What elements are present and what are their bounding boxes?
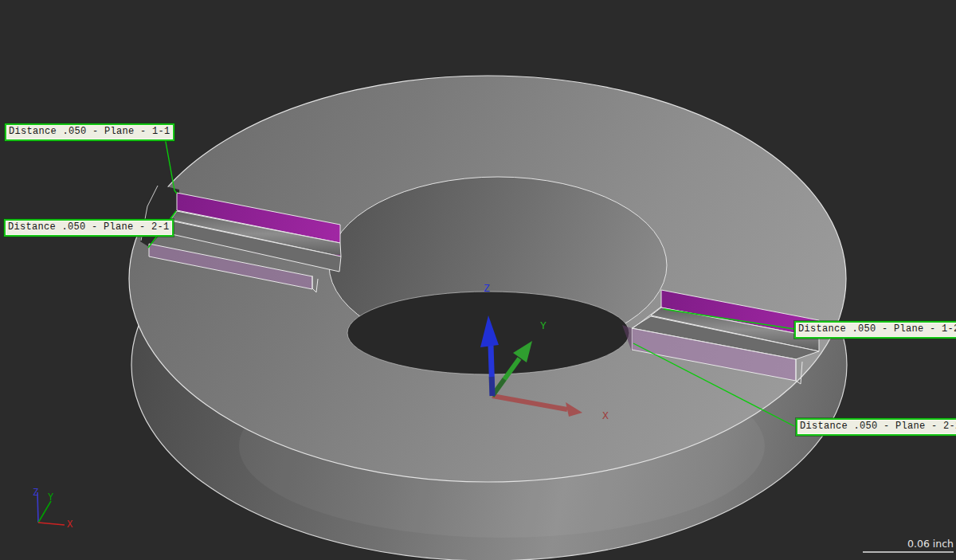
- scale-bar-label: 0.06 inch: [907, 538, 954, 550]
- y-axis-label: Y: [540, 319, 547, 331]
- corner-y-label: Y: [48, 491, 54, 503]
- corner-z-label: Z: [33, 487, 38, 498]
- annotation-plane-2-1[interactable]: Distance .050 - Plane - 2-1: [4, 219, 174, 237]
- 3d-viewport[interactable]: Z Y X: [0, 0, 956, 560]
- z-axis-occluded: [492, 377, 492, 396]
- x-axis-label: X: [602, 409, 609, 421]
- cad-scene-canvas[interactable]: Z Y X: [0, 0, 956, 560]
- annotation-plane-1-1[interactable]: Distance .050 - Plane - 1-1: [5, 123, 174, 141]
- corner-x-label: X: [67, 519, 73, 530]
- annotation-plane-2-2[interactable]: Distance .050 - Plane - 2-2: [796, 418, 956, 436]
- z-axis-label: Z: [484, 282, 490, 294]
- annotation-plane-1-2[interactable]: Distance .050 - Plane - 1-2: [794, 321, 956, 339]
